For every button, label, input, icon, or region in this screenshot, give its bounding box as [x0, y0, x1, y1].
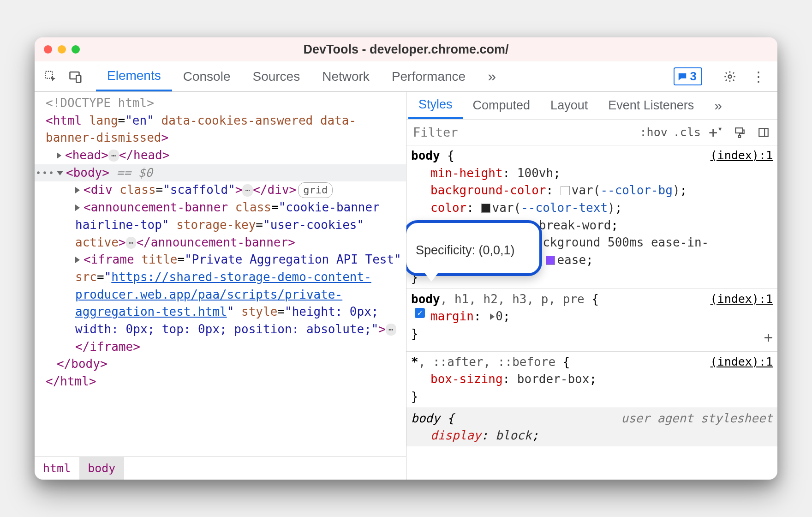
more-options-icon[interactable]: ⋮ [746, 68, 771, 84]
main-toolbar: Elements Console Sources Network Perform… [35, 61, 777, 92]
css-declaration[interactable]: background-color: var(--color-bg); [411, 182, 773, 199]
expand-icon[interactable] [75, 257, 80, 263]
tab-elements[interactable]: Elements [96, 61, 172, 91]
subtab-event-listeners[interactable]: Event Listeners [598, 92, 704, 119]
dom-body-close[interactable]: </body> [35, 355, 406, 373]
devtools-window: DevTools - developer.chrome.com/ Element… [35, 37, 777, 480]
cls-toggle[interactable]: .cls [673, 126, 701, 139]
css-declaration[interactable]: color: var(--color-text); [411, 199, 773, 217]
rule-source-link[interactable]: (index):1 [710, 354, 773, 370]
expand-icon[interactable] [75, 187, 80, 193]
add-declaration-icon[interactable]: + [764, 327, 773, 348]
declaration-checkbox[interactable]: ✓ [415, 308, 425, 318]
main-content: <!DOCTYPE html> <html lang="en" data-coo… [35, 92, 777, 480]
tabs-overflow[interactable]: » [477, 61, 507, 91]
ellipsis-icon[interactable]: ⋯ [108, 150, 119, 162]
dom-html-close[interactable]: </html> [35, 373, 406, 391]
inspect-element-icon[interactable] [38, 61, 63, 91]
crumb-html[interactable]: html [35, 457, 79, 480]
color-swatch-icon[interactable] [561, 186, 570, 195]
crumb-body[interactable]: body [79, 457, 124, 480]
svg-rect-6 [759, 128, 768, 136]
toolbar-right: 3 ⋮ [674, 61, 774, 91]
css-declaration[interactable]: ✓ margin: 0; [411, 308, 773, 325]
ua-stylesheet-label: user agent stylesheet [621, 410, 773, 427]
dom-doctype[interactable]: <!DOCTYPE html> [35, 95, 406, 112]
tab-console[interactable]: Console [172, 61, 242, 91]
dom-announcement-banner[interactable]: <announcement-banner class="cookie-banne… [35, 199, 406, 251]
tab-sources[interactable]: Sources [241, 61, 311, 91]
dom-iframe[interactable]: <iframe title="Private Aggregation API T… [35, 251, 406, 355]
css-declaration: display: block; [411, 427, 773, 445]
paint-icon[interactable] [730, 126, 749, 138]
rule-source-link[interactable]: (index):1 [710, 291, 773, 307]
tab-network[interactable]: Network [311, 61, 381, 91]
collapse-icon[interactable] [57, 171, 63, 175]
expand-icon[interactable] [57, 152, 61, 159]
rule-source-link[interactable]: (index):1 [710, 147, 773, 164]
grid-badge[interactable]: grid [298, 182, 333, 198]
issues-count: 3 [690, 69, 697, 84]
styles-filterbar: :hov .cls +▾ [406, 120, 777, 145]
separator [92, 66, 92, 87]
device-toolbar-icon[interactable] [63, 61, 88, 91]
subtab-layout[interactable]: Layout [540, 92, 598, 119]
titlebar: DevTools - developer.chrome.com/ [35, 37, 777, 61]
svg-rect-2 [76, 75, 81, 82]
dom-tree[interactable]: <!DOCTYPE html> <html lang="en" data-coo… [35, 92, 406, 457]
expand-icon[interactable] [75, 204, 80, 211]
css-declaration[interactable]: box-sizing: border-box; [411, 371, 773, 388]
ellipsis-icon[interactable]: ⋯ [386, 324, 396, 336]
hov-toggle[interactable]: :hov [640, 126, 668, 139]
issues-badge[interactable]: 3 [674, 67, 702, 85]
panel-tabs: Elements Console Sources Network Perform… [96, 61, 674, 91]
dom-body-selected[interactable]: ••• <body> == $0 [35, 164, 406, 182]
dom-html-open[interactable]: <html lang="en" data-cookies-answered da… [35, 112, 406, 147]
rule-selector[interactable]: body [411, 149, 440, 162]
settings-icon[interactable] [717, 70, 742, 83]
selection-dots-icon: ••• [36, 166, 55, 180]
subtab-styles[interactable]: Styles [408, 92, 463, 119]
specificity-tooltip: Specificity: (0,0,1) [406, 220, 542, 276]
svg-rect-5 [739, 135, 740, 137]
filter-input[interactable] [411, 123, 634, 141]
css-rule[interactable]: (index):1 *, ::after, ::before { box-siz… [406, 352, 777, 408]
toggle-sidebar-icon[interactable] [754, 126, 773, 138]
expand-shorthand-icon[interactable] [490, 313, 495, 320]
svg-point-3 [728, 75, 732, 78]
rule-selector[interactable]: body, h1, h2, h3, p, pre [411, 292, 585, 306]
styles-panel: Styles Computed Layout Event Listeners »… [406, 92, 777, 480]
css-declaration[interactable]: min-height: 100vh; [411, 165, 773, 182]
easing-swatch-icon[interactable] [546, 256, 555, 265]
svg-rect-4 [735, 128, 742, 133]
styles-rules: Specificity: (0,0,1) (index):1 body { mi… [406, 145, 777, 480]
rule-selector: body [411, 411, 440, 425]
breadcrumb-trail: html body [35, 457, 406, 480]
user-agent-rule: user agent stylesheet body { display: bl… [406, 408, 777, 446]
chat-icon [677, 72, 687, 82]
subtab-computed[interactable]: Computed [463, 92, 541, 119]
new-rule-icon[interactable]: +▾ [706, 124, 725, 141]
dom-scaffold[interactable]: <div class="scaffold">⋯</div>grid [35, 181, 406, 199]
rule-selector[interactable]: *, ::after, ::before [411, 355, 555, 369]
ellipsis-icon[interactable]: ⋯ [126, 237, 137, 249]
css-rule[interactable]: (index):1 body, h1, h2, h3, p, pre { ✓ m… [406, 289, 777, 352]
elements-panel: <!DOCTYPE html> <html lang="en" data-coo… [35, 92, 406, 480]
dom-head[interactable]: <head>⋯</head> [35, 147, 406, 164]
ellipsis-icon[interactable]: ⋯ [242, 184, 253, 196]
styles-subtabs: Styles Computed Layout Event Listeners » [406, 92, 777, 120]
subtabs-overflow[interactable]: » [704, 92, 732, 119]
window-title: DevTools - developer.chrome.com/ [35, 42, 777, 57]
color-swatch-icon[interactable] [481, 204, 490, 213]
tab-performance[interactable]: Performance [381, 61, 477, 91]
